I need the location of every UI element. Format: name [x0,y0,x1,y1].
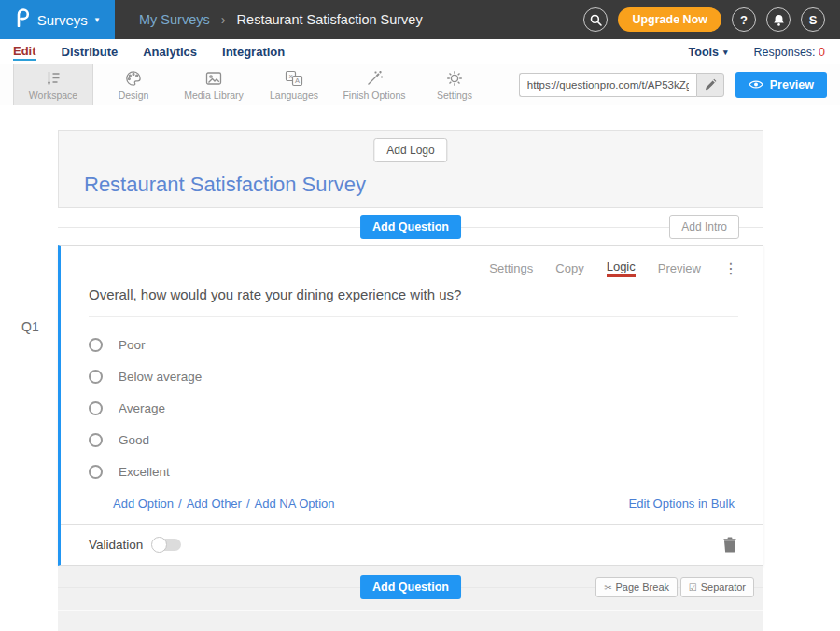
tools-dropdown[interactable]: Tools ▾ [689,46,728,59]
radio-button[interactable] [89,370,103,384]
page-break-label: Page Break [616,582,669,593]
preview-button[interactable]: Preview [735,72,827,98]
toolbar-item-settings[interactable]: Settings [414,64,495,105]
add-question-row-bottom: Add Question ✂ Page Break ☑ Separator [58,566,763,631]
option-label[interactable]: Excellent [119,465,170,479]
link-separator: / [178,497,182,511]
breadcrumb-current-survey: Restaurant Satisfaction Survey [237,12,423,27]
product-switcher[interactable]: Surveys ▾ [0,0,115,39]
add-logo-button[interactable]: Add Logo [373,138,447,162]
breadcrumb-my-surveys[interactable]: My Surveys [139,12,210,27]
svg-text:A: A [295,77,300,85]
responses-count: 0 [819,46,825,59]
survey-url-group [519,73,724,97]
toggle-knob [151,537,167,553]
toolbar-item-workspace[interactable]: Workspace [13,64,93,105]
add-option-link[interactable]: Add Option [113,497,174,511]
option-actions-row: Add Option / Add Other / Add NA Option E… [113,497,738,511]
gear-icon [445,69,464,88]
add-question-button-top[interactable]: Add Question [360,215,461,239]
add-question-row-top: Add Question Add Intro [58,208,763,245]
toolbar-right: Preview [519,64,840,105]
product-name: Surveys [37,12,88,28]
separator-label: Separator [701,582,746,593]
main-nav: Edit Distribute Analytics Integration To… [0,39,840,64]
survey-editor: Q1 Add Logo Restaurant Satisfaction Surv… [0,130,840,631]
validation-label: Validation [89,538,143,552]
finish-options-wand-icon [365,69,384,88]
validation-toggle[interactable] [153,539,181,551]
toolbar-item-finish-options[interactable]: Finish Options [334,64,414,105]
radio-button[interactable] [89,338,103,352]
survey-header-card: Add Logo Restaurant Satisfaction Survey [58,130,763,208]
question-logic-link[interactable]: Logic [607,259,636,277]
trash-icon [723,537,736,553]
option-row: Good [89,433,738,447]
survey-title[interactable]: Restaurant Satisfaction Survey [84,173,366,197]
questionpro-logo-icon [16,8,30,31]
option-label[interactable]: Average [119,401,165,415]
toolbar-item-media-library[interactable]: Media Library [174,64,254,105]
kebab-menu-icon[interactable]: ⋮ [723,261,738,276]
answer-options: Poor Below average Average Good [89,338,738,479]
question-text[interactable]: Overall, how would you rate your dining … [89,287,738,317]
nav-right: Tools ▾ Responses: 0 [689,46,825,59]
edit-url-button[interactable] [696,73,724,97]
notifications-button[interactable] [766,7,791,32]
question-settings-link[interactable]: Settings [489,261,533,275]
search-button[interactable] [583,7,608,32]
option-label[interactable]: Below average [119,370,202,384]
tab-distribute[interactable]: Distribute [62,45,119,59]
add-other-link[interactable]: Add Other [187,497,242,511]
toolbar-label: Settings [437,90,472,101]
radio-button[interactable] [89,465,103,479]
page-break-icon: ✂ [604,582,611,593]
separator-button[interactable]: ☑ Separator [680,577,754,597]
add-question-button-bottom[interactable]: Add Question [360,575,461,599]
tab-integration[interactable]: Integration [222,45,285,59]
edit-options-in-bulk-link[interactable]: Edit Options in Bulk [629,497,735,511]
toolbar-label: Media Library [184,90,244,101]
tools-label: Tools [689,46,719,59]
responses-label: Responses: [754,46,816,59]
survey-toolbar: Workspace Design Media Library xA Langua… [0,64,840,105]
option-row: Excellent [89,465,738,479]
option-label[interactable]: Good [119,433,149,447]
help-button[interactable]: ? [732,7,756,32]
validation-row: Validation [61,524,763,565]
toolbar-label: Finish Options [343,90,405,101]
add-na-option-link[interactable]: Add NA Option [255,497,335,511]
toolbar-item-design[interactable]: Design [93,64,174,105]
upgrade-now-button[interactable]: Upgrade Now [618,7,721,32]
separator-icon: ☑ [689,582,697,593]
question-card: Settings Copy Logic Preview ⋮ Overall, h… [58,245,763,566]
tab-edit[interactable]: Edit [13,44,36,61]
question-number-label: Q1 [21,319,39,334]
question-preview-link[interactable]: Preview [658,261,701,275]
link-separator: / [246,497,250,511]
app-root: Surveys ▾ My Surveys › Restaurant Satisf… [0,0,840,631]
option-label[interactable]: Poor [119,338,146,352]
chevron-down-icon: ▾ [95,15,100,24]
question-copy-link[interactable]: Copy [555,261,583,275]
topbar: Surveys ▾ My Surveys › Restaurant Satisf… [0,0,840,39]
survey-canvas: Add Logo Restaurant Satisfaction Survey … [58,130,763,631]
toolbar-label: Workspace [29,90,77,101]
radio-button[interactable] [89,433,103,447]
pencil-icon [704,78,717,91]
toolbar-label: Design [119,90,149,101]
add-intro-button[interactable]: Add Intro [669,215,739,239]
delete-question-button[interactable] [723,537,736,553]
toolbar-item-languages[interactable]: xA Languages [254,64,334,105]
workspace-icon [44,69,63,88]
question-actions: Settings Copy Logic Preview ⋮ [89,259,738,277]
topbar-actions: Upgrade Now ? S [583,0,840,39]
radio-button[interactable] [89,401,103,415]
option-row: Average [89,401,738,415]
survey-url-input[interactable] [519,73,696,97]
tab-analytics[interactable]: Analytics [143,45,197,59]
avatar[interactable]: S [801,7,825,32]
design-palette-icon [124,69,143,88]
page-break-button[interactable]: ✂ Page Break [595,577,678,597]
responses-counter[interactable]: Responses: 0 [754,46,825,59]
